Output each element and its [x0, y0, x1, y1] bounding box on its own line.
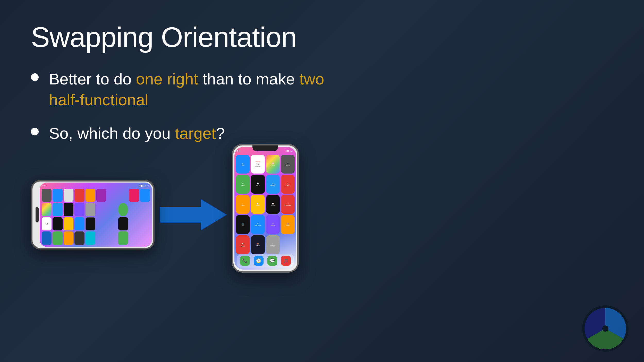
portrait-app-grid: ✉ Mail Tuesday 12 Calendar 🌸 Photos 📷: [236, 155, 295, 254]
portrait-tv: 📺 TV: [236, 215, 250, 234]
slide-title: Swapping Orientation: [31, 21, 613, 53]
dock-music-icon: 🎵: [283, 258, 289, 263]
landscape-spacer: [107, 189, 128, 202]
portrait-reminders: ☑ Reminders: [281, 195, 295, 214]
landscape-app-purple: [96, 189, 106, 202]
dock-messages-icon: 💬: [270, 258, 275, 263]
portrait-stocks-icon: 📈: [272, 203, 274, 204]
landscape-app-dark: [86, 217, 95, 231]
bullet-list: Better to do one right than to make twoh…: [31, 69, 613, 144]
portrait-health-icon: ♥: [242, 242, 244, 245]
portrait-settings: ⚙ Settings: [266, 235, 280, 254]
portrait-health-label: Health: [241, 245, 244, 247]
portrait-weather: ☀ Weather: [266, 175, 280, 194]
portrait-camera-icon: 📷: [287, 162, 289, 164]
landscape-app-wallet2: [74, 231, 84, 245]
portrait-notes: 📝 Notes: [251, 195, 265, 214]
landscape-app-blue3: [42, 231, 52, 245]
landscape-spacer5: [129, 217, 150, 231]
portrait-calendar: Tuesday 12 Calendar: [251, 155, 265, 174]
portrait-screen: 9:41 ▌▌▌ ▲ ▪▪ ✉ Mail Tuesday 12 Calendar: [234, 147, 296, 270]
bullet-dot-2: [31, 128, 39, 135]
landscape-app-notes: [64, 189, 73, 202]
landscape-spacer4: [96, 217, 117, 231]
portrait-stocks: 📈 Stocks: [266, 195, 280, 214]
portrait-calendar-label: Calendar: [255, 166, 260, 167]
portrait-notch: [252, 145, 278, 151]
portrait-books-label: Books: [286, 225, 290, 226]
landscape-app-facetime: [118, 203, 128, 216]
landscape-app-notes2: [64, 217, 73, 231]
landscape-status-bar: 9:41 ▌▌▌ ▲ ▪▪▪: [40, 184, 152, 188]
bullet1-prefix: Better to do: [49, 70, 136, 88]
portrait-wallet-icon: 💳: [257, 243, 259, 245]
portrait-books-icon: 📚: [287, 223, 289, 225]
portrait-photos: 🌸 Photos: [266, 155, 280, 174]
portrait-mail-icon: ✉: [242, 162, 243, 164]
landscape-notch: [36, 207, 39, 222]
landscape-app-camera: [42, 189, 52, 202]
svg-marker-0: [160, 199, 227, 230]
portrait-photos-icon: 🌸: [272, 162, 274, 164]
portrait-news-icon: N: [287, 183, 288, 184]
phone-landscape: 9:41 ▌▌▌ ▲ ▪▪▪: [31, 180, 155, 249]
portrait-appstore-icon: A: [257, 223, 258, 224]
landscape-app-photos: [42, 203, 52, 216]
portrait-camera-label: Camera: [285, 164, 290, 166]
landscape-app-orange: [86, 189, 95, 202]
dock-phone: 📞: [240, 256, 250, 266]
portrait-empty: [281, 235, 295, 254]
portrait-reminders-label: Reminders: [285, 205, 291, 206]
landscape-spacer3: [129, 203, 150, 216]
landscape-app-cal: 12: [42, 217, 52, 231]
landscape-app-maps2: [53, 231, 62, 245]
content-area: 9:41 ▌▌▌ ▲ ▪▪▪: [31, 157, 613, 273]
bullet1-middle: than to make: [198, 70, 299, 88]
phone-portrait: 9:41 ▌▌▌ ▲ ▪▪ ✉ Mail Tuesday 12 Calendar: [232, 144, 299, 273]
portrait-news-label: News: [286, 184, 290, 186]
portrait-arcade-icon: ★: [272, 223, 274, 225]
portrait-settings-icon: ⚙: [272, 243, 274, 245]
portrait-photos-label: Photos: [271, 164, 275, 166]
portrait-appstore-label: App Store: [255, 225, 261, 226]
landscape-spacer6: [96, 231, 117, 245]
landscape-app-settings: [86, 203, 95, 216]
landscape-spacer7: [129, 231, 150, 245]
portrait-notes-icon: 📝: [257, 203, 259, 204]
portrait-mail-label: Mail: [242, 164, 244, 166]
portrait-stocks-label: Stocks: [271, 205, 275, 206]
bullet-dot-1: [31, 73, 39, 81]
portrait-camera: 📷 Camera: [281, 155, 295, 174]
portrait-wallet-label: Wallet: [256, 245, 260, 246]
portrait-arcade-label: Arcade: [271, 225, 275, 226]
portrait-health: ♥ Health: [236, 235, 250, 254]
bullet1-highlight1: one right: [136, 70, 198, 88]
portrait-mail: ✉ Mail: [236, 155, 250, 174]
bullet-item-2: So, which do you target?: [31, 123, 340, 144]
portrait-home-label: Home: [241, 204, 244, 206]
landscape-app-clock: [53, 217, 62, 231]
landscape-app-blue2: [140, 189, 150, 202]
portrait-wallet: 💳 Wallet: [251, 235, 265, 254]
portrait-maps-label: Maps: [241, 184, 244, 186]
landscape-app-mail: [53, 189, 62, 202]
dock-music: 🎵: [281, 256, 291, 266]
bullet-text-2: So, which do you target?: [49, 123, 225, 144]
landscape-app-home2: [64, 231, 73, 245]
portrait-signals: ▌▌▌ ▲ ▪▪: [286, 150, 294, 152]
portrait-settings-label: Settings: [270, 245, 275, 246]
landscape-app-phone: [118, 231, 128, 245]
portrait-clock-label: Clock: [256, 185, 260, 186]
portrait-tv-label: TV: [242, 225, 243, 226]
logo-circle: [582, 305, 629, 352]
landscape-spacer2: [96, 203, 117, 216]
portrait-weather-label: Weather: [270, 185, 275, 186]
portrait-weather-icon: ☀: [272, 183, 274, 184]
landscape-app-weather2: [53, 203, 62, 216]
landscape-signals: ▌▌▌ ▲ ▪▪▪: [140, 185, 149, 187]
portrait-cal-date: 12: [256, 163, 259, 166]
logo-svg: [582, 305, 629, 352]
dock-phone-icon: 📞: [242, 258, 248, 263]
portrait-cal-day: Tuesday: [255, 161, 260, 162]
portrait-clock-icon: 🕐: [257, 183, 259, 184]
